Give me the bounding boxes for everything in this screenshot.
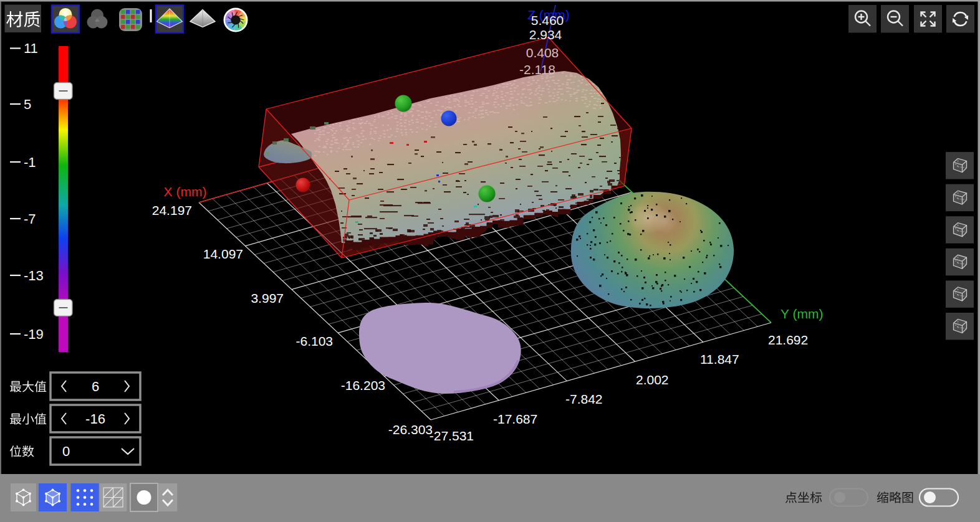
svg-text:0.408: 0.408: [526, 45, 559, 60]
svg-text:21.692: 21.692: [768, 333, 808, 347]
svg-text:Y (mm): Y (mm): [781, 306, 823, 321]
svg-text:6: 6: [92, 379, 99, 394]
svg-text:11: 11: [24, 40, 38, 56]
svg-text:-7: -7: [24, 211, 36, 227]
svg-text:-16.203: -16.203: [341, 378, 385, 392]
svg-text:-27.531: -27.531: [430, 429, 474, 443]
svg-text:11.847: 11.847: [700, 352, 739, 366]
svg-text:5.460: 5.460: [531, 13, 564, 27]
svg-text:X (mm): X (mm): [164, 184, 207, 199]
svg-text:3.997: 3.997: [251, 291, 284, 305]
svg-text:-2.118: -2.118: [519, 62, 555, 77]
svg-text:-6.103: -6.103: [295, 334, 333, 348]
svg-text:-17.687: -17.687: [493, 412, 537, 426]
svg-text:24.197: 24.197: [152, 203, 192, 217]
svg-text:-1: -1: [24, 154, 36, 170]
svg-text:14.097: 14.097: [203, 247, 243, 261]
svg-text:-7.842: -7.842: [565, 392, 603, 406]
svg-text:5: 5: [24, 97, 31, 112]
svg-text:-26.303: -26.303: [388, 422, 433, 437]
svg-text:-13: -13: [24, 268, 44, 283]
svg-text:-19: -19: [24, 326, 44, 342]
svg-text:0: 0: [62, 444, 70, 459]
svg-text:2.934: 2.934: [529, 27, 562, 42]
svg-text:-16: -16: [85, 411, 105, 427]
svg-text:2.002: 2.002: [636, 373, 669, 387]
